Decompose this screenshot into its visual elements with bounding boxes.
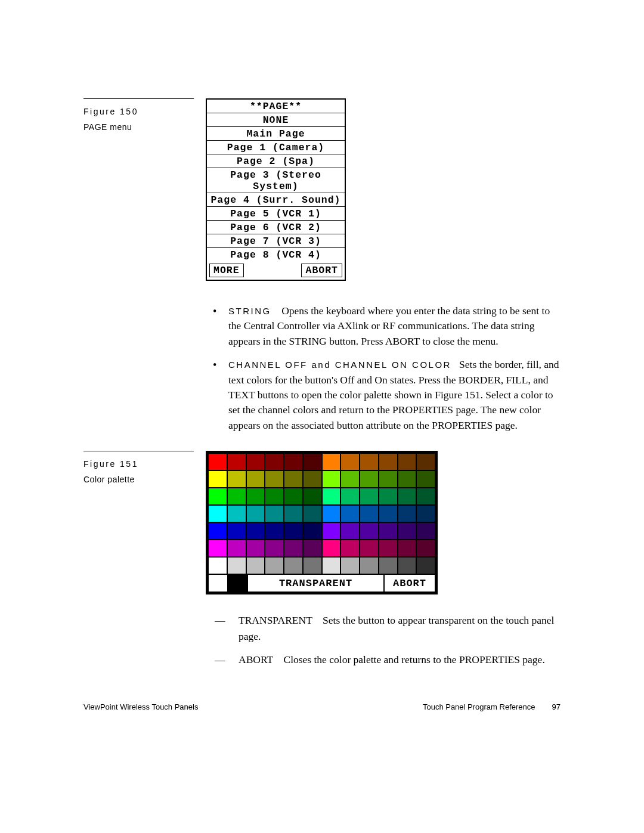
color-swatch[interactable] <box>323 454 340 470</box>
color-swatch[interactable] <box>417 506 435 522</box>
color-swatch[interactable] <box>360 506 378 522</box>
color-swatch[interactable] <box>379 540 397 556</box>
page-menu-item[interactable]: Page 5 (VCR 1) <box>207 207 345 221</box>
color-swatch[interactable] <box>379 506 397 522</box>
transparent-button[interactable]: TRANSPARENT <box>248 575 383 592</box>
color-swatch[interactable] <box>304 471 321 487</box>
color-swatch[interactable] <box>398 558 416 574</box>
color-swatch[interactable] <box>379 454 397 470</box>
color-swatch[interactable] <box>228 454 246 470</box>
color-swatch[interactable] <box>379 471 397 487</box>
color-swatch[interactable] <box>341 540 359 556</box>
color-swatch[interactable] <box>398 523 416 539</box>
page-menu-item[interactable]: Page 2 (Spa) <box>207 154 345 168</box>
color-swatch[interactable] <box>247 558 265 574</box>
color-swatch[interactable] <box>284 506 302 522</box>
color-swatch[interactable] <box>323 506 340 522</box>
color-swatch[interactable] <box>209 575 227 592</box>
page-menu-item[interactable]: Page 1 (Camera) <box>207 141 345 154</box>
color-swatch[interactable] <box>265 471 283 487</box>
color-swatch[interactable] <box>398 471 416 487</box>
color-swatch[interactable] <box>360 523 378 539</box>
color-swatch[interactable] <box>379 523 397 539</box>
page-menu-item[interactable]: Main Page <box>207 127 345 141</box>
color-swatch[interactable] <box>247 488 265 504</box>
color-swatch[interactable] <box>323 523 340 539</box>
color-swatch[interactable] <box>228 575 247 592</box>
color-swatch[interactable] <box>304 506 321 522</box>
color-swatch[interactable] <box>284 471 302 487</box>
color-swatch[interactable] <box>360 488 378 504</box>
color-swatch[interactable] <box>247 523 265 539</box>
palette-abort-button[interactable]: ABORT <box>385 575 435 592</box>
color-swatch[interactable] <box>247 471 265 487</box>
color-swatch[interactable] <box>417 471 435 487</box>
color-swatch[interactable] <box>398 454 416 470</box>
color-swatch[interactable] <box>341 523 359 539</box>
color-swatch[interactable] <box>417 488 435 504</box>
color-swatch[interactable] <box>379 488 397 504</box>
color-swatch[interactable] <box>209 471 227 487</box>
color-swatch[interactable] <box>247 454 265 470</box>
color-swatch[interactable] <box>284 523 302 539</box>
color-swatch[interactable] <box>323 488 340 504</box>
color-swatch[interactable] <box>265 488 283 504</box>
color-swatch[interactable] <box>284 558 302 574</box>
color-swatch[interactable] <box>398 488 416 504</box>
page-menu-item[interactable]: Page 4 (Surr. Sound) <box>207 193 345 207</box>
color-swatch[interactable] <box>209 488 227 504</box>
color-swatch[interactable] <box>228 558 246 574</box>
color-swatch[interactable] <box>247 506 265 522</box>
color-swatch[interactable] <box>228 540 246 556</box>
color-swatch[interactable] <box>247 540 265 556</box>
page-menu-item[interactable]: Page 7 (VCR 3) <box>207 234 345 248</box>
color-swatch[interactable] <box>265 454 283 470</box>
color-swatch[interactable] <box>341 488 359 504</box>
color-swatch[interactable] <box>304 454 321 470</box>
color-swatch[interactable] <box>284 540 302 556</box>
color-swatch[interactable] <box>284 488 302 504</box>
color-swatch[interactable] <box>209 558 227 574</box>
color-swatch[interactable] <box>360 558 378 574</box>
color-swatch[interactable] <box>417 540 435 556</box>
page-menu-item[interactable]: Page 6 (VCR 2) <box>207 221 345 234</box>
color-swatch[interactable] <box>209 523 227 539</box>
color-swatch[interactable] <box>398 540 416 556</box>
color-swatch[interactable] <box>228 523 246 539</box>
color-swatch[interactable] <box>209 506 227 522</box>
abort-button[interactable]: ABORT <box>301 264 342 277</box>
color-swatch[interactable] <box>304 558 321 574</box>
color-swatch[interactable] <box>228 506 246 522</box>
color-swatch[interactable] <box>304 523 321 539</box>
color-swatch[interactable] <box>228 488 246 504</box>
page-menu-item[interactable]: Page 3 (Stereo System) <box>207 168 345 193</box>
color-swatch[interactable] <box>265 506 283 522</box>
color-swatch[interactable] <box>341 506 359 522</box>
color-swatch[interactable] <box>284 454 302 470</box>
color-swatch[interactable] <box>417 454 435 470</box>
color-swatch[interactable] <box>304 488 321 504</box>
color-swatch[interactable] <box>265 540 283 556</box>
color-swatch[interactable] <box>379 558 397 574</box>
color-swatch[interactable] <box>417 523 435 539</box>
color-swatch[interactable] <box>265 523 283 539</box>
color-swatch[interactable] <box>209 454 227 470</box>
color-swatch[interactable] <box>341 471 359 487</box>
page-menu-item[interactable]: Page 8 (VCR 4) <box>207 248 345 261</box>
color-swatch[interactable] <box>323 540 340 556</box>
color-swatch[interactable] <box>341 454 359 470</box>
color-swatch[interactable] <box>323 471 340 487</box>
color-swatch[interactable] <box>360 454 378 470</box>
color-swatch[interactable] <box>341 558 359 574</box>
color-swatch[interactable] <box>304 540 321 556</box>
color-swatch[interactable] <box>228 471 246 487</box>
color-swatch[interactable] <box>323 558 340 574</box>
color-swatch[interactable] <box>417 558 435 574</box>
color-swatch[interactable] <box>398 506 416 522</box>
color-swatch[interactable] <box>265 558 283 574</box>
more-button[interactable]: MORE <box>209 264 244 277</box>
color-swatch[interactable] <box>360 471 378 487</box>
page-menu-item[interactable]: NONE <box>207 113 345 127</box>
color-swatch[interactable] <box>209 540 227 556</box>
color-swatch[interactable] <box>360 540 378 556</box>
